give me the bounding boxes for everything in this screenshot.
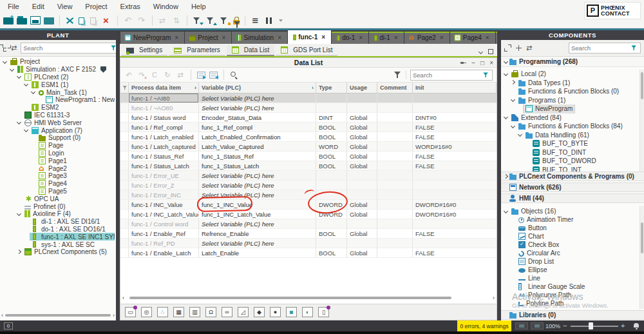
palette-tool-icon[interactable]: ▦ bbox=[173, 307, 184, 317]
filter-icon[interactable] bbox=[393, 71, 402, 79]
usage-cell[interactable]: Global bbox=[347, 152, 377, 161]
tree-twisty-icon[interactable] bbox=[510, 123, 516, 130]
comment-cell[interactable] bbox=[377, 161, 413, 170]
variable-cell[interactable]: Latch_Enable bbox=[199, 248, 316, 257]
scroll-left-icon[interactable]: ‹ bbox=[122, 295, 124, 301]
table-row[interactable]: func-1 / Latch_captured Latch_Value_Capt… bbox=[120, 142, 497, 152]
init-cell[interactable] bbox=[413, 171, 497, 180]
variable-cell[interactable]: Select Variable (PLC) here bbox=[199, 171, 316, 180]
import-variables-icon[interactable] bbox=[197, 72, 205, 79]
tree-twisty-icon[interactable] bbox=[30, 181, 37, 187]
zoom-slider-track[interactable] bbox=[571, 326, 618, 327]
components-tree-item[interactable]: BUF_TO_INT bbox=[501, 166, 639, 172]
type-cell[interactable]: BOOL bbox=[316, 229, 347, 238]
status-button-2[interactable] bbox=[531, 322, 544, 329]
column-header-comment[interactable]: Comment bbox=[377, 83, 413, 93]
comment-cell[interactable] bbox=[377, 132, 413, 141]
tree-twisty-icon[interactable] bbox=[510, 309, 516, 309]
table-row[interactable]: func-1 / Error_INC Select Variable (PLC)… bbox=[120, 190, 497, 200]
tree-twisty-icon[interactable] bbox=[23, 241, 30, 248]
tree-twisty-icon[interactable] bbox=[30, 142, 37, 149]
components-tree-item[interactable]: Local (2) bbox=[501, 70, 639, 79]
tree-twisty-icon[interactable] bbox=[16, 119, 23, 126]
init-cell[interactable] bbox=[413, 190, 497, 199]
plant-tree-item[interactable]: PLCnext (2) bbox=[0, 74, 115, 81]
hmi-tree-item[interactable]: Check Box bbox=[501, 241, 639, 249]
process-data-item-cell[interactable]: func-1 / Ref_PD bbox=[129, 239, 199, 248]
palette-tool-icon[interactable]: Ω bbox=[205, 307, 216, 317]
column-header-process-data-item[interactable]: Process data item› bbox=[129, 83, 199, 93]
zoom-out-icon[interactable]: − bbox=[563, 322, 567, 329]
comment-cell[interactable] bbox=[377, 181, 413, 190]
tree-twisty-icon[interactable] bbox=[524, 158, 531, 164]
plant-tree-item[interactable]: Application (7) bbox=[0, 126, 115, 134]
process-data-item-cell[interactable]: func-1 / Error_INC bbox=[129, 190, 199, 199]
variable-cell[interactable]: func_1_INC_Latch_Value bbox=[199, 210, 316, 219]
tree-twisty-icon[interactable] bbox=[510, 275, 516, 282]
hmi-tree-item[interactable]: Circular Arc bbox=[501, 249, 639, 257]
variable-cell[interactable]: Select Variable (PLC) here bbox=[199, 93, 316, 103]
scrollbar-thumb[interactable] bbox=[129, 297, 451, 299]
section-hmi[interactable]: HMI (44) bbox=[501, 193, 644, 203]
process-data-item-cell[interactable]: func-1 / Status_Latch bbox=[129, 161, 199, 170]
usage-cell[interactable]: Global bbox=[347, 132, 377, 141]
tree-twisty-icon[interactable] bbox=[510, 233, 516, 240]
filter-column-header[interactable] bbox=[120, 83, 129, 93]
tree-twisty-icon[interactable] bbox=[510, 79, 516, 86]
components-tree-item[interactable]: Extended (84) bbox=[501, 113, 639, 123]
menu-item[interactable]: Edit bbox=[27, 1, 52, 12]
hmi-tree-item[interactable]: Animation Timer bbox=[501, 215, 639, 224]
components-tree-item[interactable]: BUF_TO_BYTE bbox=[501, 139, 639, 148]
usage-cell[interactable]: Global bbox=[347, 113, 377, 122]
comment-cell[interactable] bbox=[377, 248, 413, 257]
toolbar-button-icon[interactable] bbox=[3, 17, 14, 25]
palette-tool-icon[interactable]: ◙ bbox=[286, 307, 297, 317]
plant-tree-item[interactable]: Simulation : AXC F 2152 bbox=[0, 66, 115, 74]
toolbar-button-icon[interactable] bbox=[251, 16, 261, 25]
document-tab[interactable]: Page2 bbox=[404, 32, 450, 44]
tree-twisty-icon[interactable] bbox=[510, 97, 516, 103]
document-tab[interactable]: func-1 bbox=[288, 30, 331, 44]
table-row[interactable]: func-1 / Status word Encoder_Status_Data… bbox=[120, 113, 497, 123]
table-row[interactable]: func-1 / INC_Value func_1_INC_Value DWOR… bbox=[120, 200, 497, 210]
comment-cell[interactable] bbox=[377, 142, 413, 151]
usage-cell[interactable]: Global bbox=[347, 200, 377, 209]
tree-twisty-icon[interactable] bbox=[510, 284, 516, 290]
init-cell[interactable] bbox=[413, 239, 497, 248]
palette-tool-icon[interactable]: ∞ bbox=[222, 307, 232, 317]
init-cell[interactable]: FALSE bbox=[413, 229, 497, 238]
usage-cell[interactable]: Global bbox=[347, 229, 377, 238]
tree-twisty-icon[interactable] bbox=[23, 104, 30, 111]
process-data-item-cell[interactable]: func-1 / Status_Ref bbox=[129, 152, 199, 161]
process-data-item-cell[interactable]: func-1 / Ref_compl bbox=[129, 123, 199, 132]
comment-cell[interactable] bbox=[377, 229, 413, 238]
zoom-slider-thumb[interactable] bbox=[589, 322, 593, 329]
usage-cell[interactable] bbox=[347, 219, 377, 228]
tree-twisty-icon[interactable] bbox=[30, 188, 37, 194]
collapse-column-icon[interactable]: ‹ bbox=[312, 84, 314, 91]
maximize-window-icon[interactable]: □ bbox=[480, 59, 484, 67]
plant-tree-item[interactable]: Page bbox=[0, 142, 115, 150]
tree-twisty-icon[interactable] bbox=[517, 106, 524, 112]
toolbar-button-icon[interactable] bbox=[123, 16, 133, 25]
tree-twisty-icon[interactable] bbox=[30, 135, 37, 141]
tree-twisty-icon[interactable] bbox=[30, 150, 37, 156]
toolbar-button-icon[interactable] bbox=[65, 16, 75, 25]
tree-twisty-icon[interactable] bbox=[510, 242, 516, 248]
process-data-item-cell[interactable]: func-1 / Enable_Ref bbox=[129, 229, 199, 238]
tree-twisty-icon[interactable] bbox=[510, 267, 516, 273]
table-row[interactable]: func-1 / Enable_Ref Refrence_Enable BOOL… bbox=[120, 229, 497, 239]
type-cell[interactable] bbox=[316, 239, 347, 248]
usage-cell[interactable]: Global bbox=[347, 210, 377, 219]
tree-twisty-icon[interactable] bbox=[30, 165, 37, 172]
palette-tool-icon[interactable]: ▯ bbox=[318, 307, 329, 317]
tab-close-icon[interactable] bbox=[175, 34, 180, 41]
tree-twisty-icon[interactable] bbox=[510, 250, 516, 257]
tree-twisty-icon[interactable] bbox=[16, 203, 23, 210]
hmi-tree-item[interactable]: Chart bbox=[501, 232, 639, 241]
editor-subtab[interactable]: GDS Port List bbox=[276, 45, 337, 56]
components-tree-item[interactable]: Programs (1) bbox=[501, 96, 639, 105]
variable-cell[interactable]: func_1_INC_Value bbox=[199, 200, 316, 209]
plant-tree-item[interactable]: Page5 bbox=[0, 188, 115, 195]
process-data-item-cell[interactable]: func-1 / Status word bbox=[129, 113, 199, 122]
